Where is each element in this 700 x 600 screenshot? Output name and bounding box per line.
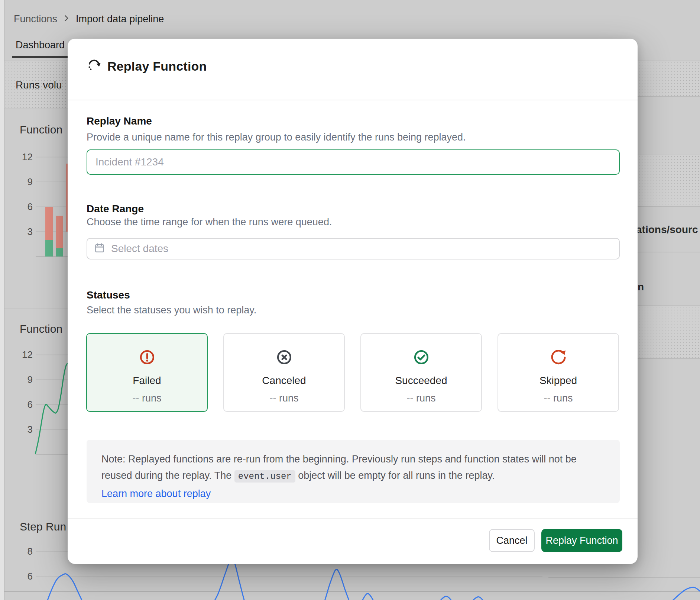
svg-text:3: 3 [27, 226, 33, 237]
status-card-runs: -- runs [132, 393, 161, 404]
header-divider [68, 100, 638, 100]
x-circle-icon [276, 349, 293, 367]
replay-name-description: Provide a unique name for this replay gr… [87, 132, 466, 143]
status-card-succeeded[interactable]: Succeeded -- runs [360, 333, 482, 412]
svg-text:6: 6 [27, 399, 33, 410]
date-range-input[interactable]: Select dates [87, 238, 620, 259]
footer-divider [68, 518, 638, 519]
replay-icon [87, 58, 101, 74]
date-range-placeholder: Select dates [111, 243, 168, 255]
status-card-label: Skipped [539, 375, 577, 387]
svg-text:6: 6 [27, 571, 33, 582]
svg-text:9: 9 [27, 374, 33, 385]
status-card-runs: -- runs [406, 393, 435, 404]
date-range-description: Choose the time range for when the runs … [87, 216, 332, 228]
svg-text:12: 12 [22, 349, 33, 360]
statuses-description: Select the statuses you wish to replay. [87, 304, 256, 316]
date-range-label: Date Range [87, 203, 144, 215]
calendar-icon [94, 242, 105, 255]
status-card-label: Canceled [262, 375, 306, 387]
svg-text:9: 9 [27, 176, 33, 187]
status-card-runs: -- runs [269, 393, 298, 404]
statuses-label: Statuses [87, 289, 130, 301]
status-card-canceled[interactable]: Canceled -- runs [223, 333, 345, 412]
note-text-after: object will be empty for all runs in the… [295, 470, 495, 481]
svg-text:12: 12 [22, 151, 33, 162]
replay-note: Note: Replayed functions are re-run from… [87, 440, 620, 503]
learn-more-link[interactable]: Learn more about replay [101, 486, 211, 502]
replay-name-input[interactable] [87, 149, 620, 175]
skip-circle-arrow-icon [550, 349, 567, 367]
replay-function-button[interactable]: Replay Function [541, 529, 622, 552]
status-card-label: Failed [133, 375, 161, 387]
alert-circle-icon [139, 349, 156, 367]
check-circle-icon [413, 349, 430, 367]
status-card-skipped[interactable]: Skipped -- runs [498, 333, 619, 412]
svg-text:3: 3 [27, 424, 33, 435]
status-card-runs: -- runs [544, 393, 573, 404]
svg-text:8: 8 [27, 546, 33, 557]
replay-function-modal: Replay Function Replay Name Provide a un… [68, 39, 638, 564]
svg-text:6: 6 [27, 201, 33, 212]
status-cards-row: Failed -- runs Canceled -- runs [86, 333, 619, 412]
status-card-label: Succeeded [395, 375, 447, 387]
modal-title: Replay Function [107, 59, 207, 74]
modal-header: Replay Function [87, 58, 207, 74]
screen: Functions Import data pipeline Dashboard… [0, 0, 700, 600]
cancel-button[interactable]: Cancel [489, 529, 535, 552]
status-card-failed[interactable]: Failed -- runs [86, 333, 208, 412]
replay-name-label: Replay Name [87, 115, 152, 127]
event-user-code-chip: event.user [234, 470, 295, 483]
